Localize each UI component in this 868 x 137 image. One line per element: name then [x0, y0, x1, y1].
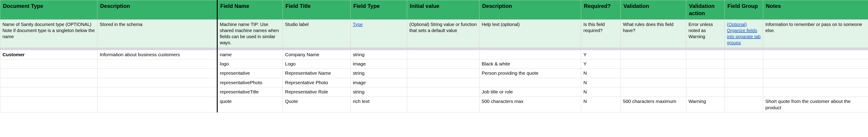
col-description[interactable]: Description	[97, 0, 217, 20]
cell-initial-value[interactable]	[407, 59, 479, 69]
cell-notes[interactable]: Short quote from the customer about the …	[763, 97, 868, 112]
cell-field-title[interactable]: Quote	[283, 97, 350, 112]
cell-validation[interactable]	[621, 78, 686, 87]
cell-required[interactable]: Y	[581, 50, 621, 59]
col-field-desc[interactable]: Description	[479, 0, 581, 20]
cell-field-title[interactable]: Representative Name	[283, 69, 350, 78]
cell-initial-value[interactable]	[407, 50, 479, 59]
cell-field-group[interactable]	[725, 59, 763, 69]
cell-field-desc[interactable]: Person providing the quote	[479, 69, 581, 78]
cell-required[interactable]: Y	[581, 59, 621, 69]
cell-field-type[interactable]: rich text	[350, 97, 407, 112]
cell-field-name[interactable]: quote	[217, 97, 283, 112]
desc-field-type[interactable]: Type	[350, 20, 407, 47]
cell-initial-value[interactable]	[407, 69, 479, 78]
desc-field-group[interactable]: (Optional) Organize fields into separate…	[725, 20, 763, 47]
cell-field-title[interactable]: Representative Role	[283, 87, 350, 97]
desc-initial-value[interactable]: (Optional) String value or function that…	[407, 20, 479, 47]
cell-validation-action[interactable]	[686, 50, 725, 59]
col-field-title[interactable]: Field Title	[283, 0, 350, 20]
cell-doc-type[interactable]	[0, 69, 97, 78]
cell-field-group[interactable]	[725, 78, 763, 87]
cell-initial-value[interactable]	[407, 97, 479, 112]
cell-field-type[interactable]: image	[350, 78, 407, 87]
desc-field-name[interactable]: Machine name TIP: Use shared machine nam…	[217, 20, 283, 47]
desc-doc-type[interactable]: Name of Sanity document type (OPTIONAL) …	[0, 20, 97, 47]
cell-field-name[interactable]: name	[217, 50, 283, 59]
cell-validation[interactable]	[621, 87, 686, 97]
desc-field-desc[interactable]: Help text (optional)	[479, 20, 581, 47]
desc-description[interactable]: Stored in the schema	[97, 20, 217, 47]
cell-field-name[interactable]: logo	[217, 59, 283, 69]
cell-doc-type[interactable]	[0, 78, 97, 87]
cell-field-desc[interactable]: Job title or role	[479, 87, 581, 97]
cell-description[interactable]	[97, 87, 217, 97]
cell-required[interactable]: N	[581, 97, 621, 112]
cell-field-group[interactable]	[725, 97, 763, 112]
col-field-type[interactable]: Field Type	[350, 0, 407, 20]
cell-field-type[interactable]: string	[350, 50, 407, 59]
cell-notes[interactable]	[763, 87, 868, 97]
desc-field-title[interactable]: Studio label	[283, 20, 350, 47]
cell-description[interactable]: Information about business customers	[97, 50, 217, 59]
col-validation[interactable]: Validation	[621, 0, 686, 20]
cell-field-title[interactable]: Logo	[283, 59, 350, 69]
cell-field-type[interactable]: string	[350, 69, 407, 78]
desc-notes[interactable]: Information to remember or pass on to so…	[763, 20, 868, 47]
cell-validation[interactable]	[621, 59, 686, 69]
cell-validation[interactable]: 500 characters maximum	[621, 97, 686, 112]
cell-notes[interactable]	[763, 69, 868, 78]
cell-field-desc[interactable]	[479, 50, 581, 59]
table-row: quoteQuoterich text500 characters maxN50…	[0, 97, 868, 112]
table-row: representativePhotoReprsentative Photoim…	[0, 78, 868, 87]
cell-description[interactable]	[97, 97, 217, 112]
cell-notes[interactable]	[763, 50, 868, 59]
col-field-group[interactable]: Field Group	[725, 0, 763, 20]
cell-validation-action[interactable]	[686, 59, 725, 69]
col-field-name[interactable]: Field Name	[217, 0, 283, 20]
cell-field-desc[interactable]	[479, 78, 581, 87]
cell-initial-value[interactable]	[407, 78, 479, 87]
cell-validation-action[interactable]: Warning	[686, 97, 725, 112]
cell-doc-type[interactable]	[0, 59, 97, 69]
cell-validation[interactable]	[621, 69, 686, 78]
cell-required[interactable]: N	[581, 69, 621, 78]
cell-field-group[interactable]	[725, 69, 763, 78]
cell-doc-type[interactable]	[0, 97, 97, 112]
cell-field-desc[interactable]: 500 characters max	[479, 97, 581, 112]
col-initial-value[interactable]: Initial value	[407, 0, 479, 20]
col-doc-type[interactable]: Document Type	[0, 0, 97, 20]
field-group-link[interactable]: (Optional) Organize fields into separate…	[727, 22, 761, 45]
cell-field-title[interactable]: Company Name	[283, 50, 350, 59]
cell-field-group[interactable]	[725, 87, 763, 97]
cell-notes[interactable]	[763, 59, 868, 69]
col-validation-action[interactable]: Validation action	[686, 0, 725, 20]
cell-doc-type[interactable]: Customer	[0, 50, 97, 59]
cell-field-name[interactable]: representativeTitle	[217, 87, 283, 97]
type-link[interactable]: Type	[353, 22, 363, 27]
cell-required[interactable]: N	[581, 78, 621, 87]
cell-required[interactable]: N	[581, 87, 621, 97]
cell-notes[interactable]	[763, 78, 868, 87]
cell-description[interactable]	[97, 59, 217, 69]
cell-field-group[interactable]	[725, 50, 763, 59]
cell-field-desc[interactable]: Black & white	[479, 59, 581, 69]
cell-initial-value[interactable]	[407, 87, 479, 97]
desc-required[interactable]: Is this field required?	[581, 20, 621, 47]
cell-doc-type[interactable]	[0, 87, 97, 97]
cell-field-name[interactable]: representative	[217, 69, 283, 78]
desc-validation[interactable]: What rules does this field have?	[621, 20, 686, 47]
cell-validation[interactable]	[621, 50, 686, 59]
cell-validation-action[interactable]	[686, 87, 725, 97]
cell-field-type[interactable]: string	[350, 87, 407, 97]
cell-validation-action[interactable]	[686, 78, 725, 87]
col-required[interactable]: Required?	[581, 0, 621, 20]
cell-field-type[interactable]: image	[350, 59, 407, 69]
desc-validation-action[interactable]: Error unless noted as Warning	[686, 20, 725, 47]
cell-description[interactable]	[97, 78, 217, 87]
cell-field-title[interactable]: Reprsentative Photo	[283, 78, 350, 87]
cell-description[interactable]	[97, 69, 217, 78]
cell-validation-action[interactable]	[686, 69, 725, 78]
cell-field-name[interactable]: representativePhoto	[217, 78, 283, 87]
col-notes[interactable]: Notes	[763, 0, 868, 20]
